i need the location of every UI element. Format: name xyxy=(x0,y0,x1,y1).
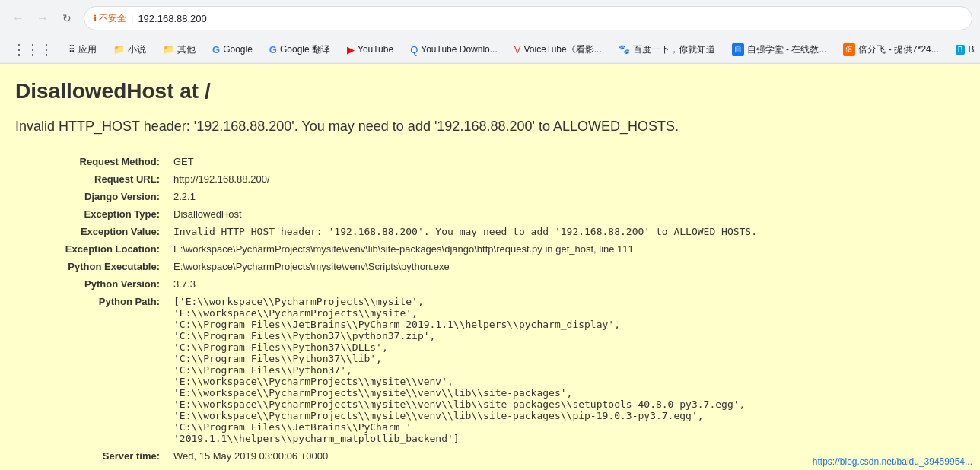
field-value-exc-type: DisallowedHost xyxy=(167,205,965,223)
bookmark-baidu-label: 百度一下，你就知道 xyxy=(633,43,715,56)
bookmark-ziqiang-label: 自强学堂 - 在线教... xyxy=(747,43,827,56)
field-label-python-path: Python Path: xyxy=(15,293,167,447)
field-label-python-exec: Python Executable: xyxy=(15,258,167,275)
field-value-method: GET xyxy=(167,153,965,170)
browser-chrome: ← → ↻ ℹ 不安全 | 192.168.88.200 ⋮⋮⋮ ⠿ 应用 📁 … xyxy=(0,0,980,64)
bookmark-apps-icon: ⠿ xyxy=(68,44,75,55)
security-icon: ℹ 不安全 xyxy=(94,12,126,25)
reload-button[interactable]: ↻ xyxy=(56,8,78,29)
table-row-method: Request Method: GET xyxy=(15,153,965,170)
security-label: 不安全 xyxy=(99,12,126,25)
bookmark-b[interactable]: B B xyxy=(950,42,980,57)
table-row-exc-location: Exception Location: E:\workspace\Pycharm… xyxy=(15,240,965,258)
address-bar[interactable]: ℹ 不安全 | 192.168.88.200 xyxy=(84,6,972,30)
bookmark-translate-label: Google 翻译 xyxy=(280,43,330,56)
back-button[interactable]: ← xyxy=(8,8,29,29)
error-description: Invalid HTTP_HOST header: '192.168.88.20… xyxy=(15,119,965,135)
bottom-link[interactable]: https://blog.csdn.net/baidu_39459954... xyxy=(813,456,972,467)
apps-icon[interactable]: ⋮⋮⋮ xyxy=(8,40,58,59)
bookmark-voicetube[interactable]: V VoiceTube《看影... xyxy=(508,41,608,59)
table-row-url: Request URL: http://192.168.88.200/ xyxy=(15,170,965,188)
field-label-url: Request URL: xyxy=(15,170,167,188)
table-row-exc-type: Exception Type: DisallowedHost xyxy=(15,205,965,223)
bookmark-youtube-dl[interactable]: Q YouTube Downlo... xyxy=(404,42,504,58)
bookmark-translate-icon: G xyxy=(269,44,277,56)
page-content: DisallowedHost at / Invalid HTTP_HOST he… xyxy=(0,64,980,470)
table-row-exc-value: Exception Value: Invalid HTTP_HOST heade… xyxy=(15,223,965,240)
field-value-python-path: ['E:\\workspace\\PycharmProjects\\mysite… xyxy=(167,293,965,447)
bookmark-novel-icon: 📁 xyxy=(113,44,125,55)
bookmark-other-label: 其他 xyxy=(177,43,196,56)
bookmark-other[interactable]: 📁 其他 xyxy=(157,41,202,59)
bookmark-ziqiang-icon: 自 xyxy=(732,43,744,56)
bookmark-youtube-icon: ▶ xyxy=(347,44,355,56)
bookmarks-bar: ⋮⋮⋮ ⠿ 应用 📁 小说 📁 其他 G Google G Google 翻译 … xyxy=(0,37,980,63)
bookmark-novel-label: 小说 xyxy=(128,43,146,56)
forward-button[interactable]: → xyxy=(32,8,53,29)
browser-toolbar: ← → ↻ ℹ 不安全 | 192.168.88.200 xyxy=(0,0,980,37)
field-label-python-version: Python Version: xyxy=(15,275,167,293)
bookmark-novel[interactable]: 📁 小说 xyxy=(107,41,152,59)
bookmark-youtube-dl-label: YouTube Downlo... xyxy=(421,44,498,55)
bookmark-google-label: Google xyxy=(223,44,253,55)
error-title: DisallowedHost at / xyxy=(15,79,965,103)
table-row-python-path: Python Path: ['E:\\workspace\\PycharmPro… xyxy=(15,293,965,447)
bookmark-ziqiang[interactable]: 自 自强学堂 - 在线教... xyxy=(726,41,833,59)
table-row-django: Django Version: 2.2.1 xyxy=(15,188,965,205)
bookmark-apps[interactable]: ⠿ 应用 xyxy=(62,41,103,59)
field-value-python-version: 3.7.3 xyxy=(167,275,965,293)
table-row-python-version: Python Version: 3.7.3 xyxy=(15,275,965,293)
url-display: 192.168.88.200 xyxy=(138,13,963,24)
bookmark-voicetube-label: VoiceTube《看影... xyxy=(523,43,601,56)
bookmark-other-icon: 📁 xyxy=(163,44,174,55)
field-label-exc-value: Exception Value: xyxy=(15,223,167,240)
bookmark-b-icon: B xyxy=(956,45,966,55)
field-value-url: http://192.168.88.200/ xyxy=(167,170,965,188)
bookmark-youtube-dl-icon: Q xyxy=(410,44,418,56)
bookmark-voicetube-icon: V xyxy=(514,44,521,56)
bookmark-beifen[interactable]: 倍 倍分飞 - 提供7*24... xyxy=(837,41,944,59)
field-value-python-exec: E:\workspace\PycharmProjects\mysite\venv… xyxy=(167,258,965,275)
bookmark-baidu[interactable]: 🐾 百度一下，你就知道 xyxy=(612,41,721,59)
field-label-exc-location: Exception Location: xyxy=(15,240,167,258)
field-label-server-time: Server time: xyxy=(15,447,167,465)
bookmark-baidu-icon: 🐾 xyxy=(619,44,630,55)
bookmark-google[interactable]: G Google xyxy=(206,42,259,58)
field-value-exc-value: Invalid HTTP_HOST header: '192.168.88.20… xyxy=(167,223,965,240)
field-value-django: 2.2.1 xyxy=(167,188,965,205)
field-value-exc-location: E:\workspace\PycharmProjects\mysite\venv… xyxy=(167,240,965,258)
bookmark-b-label: B xyxy=(968,44,974,55)
nav-buttons: ← → ↻ xyxy=(8,8,78,29)
error-table: Request Method: GET Request URL: http://… xyxy=(15,153,965,465)
bookmark-beifen-label: 倍分飞 - 提供7*24... xyxy=(858,43,938,56)
bookmark-apps-label: 应用 xyxy=(78,43,97,56)
field-label-django: Django Version: xyxy=(15,188,167,205)
bookmark-translate[interactable]: G Google 翻译 xyxy=(263,41,336,59)
bookmark-youtube-label: YouTube xyxy=(358,44,393,55)
bookmark-google-icon: G xyxy=(212,44,220,56)
bookmark-beifen-icon: 倍 xyxy=(843,43,855,56)
table-row-python-exec: Python Executable: E:\workspace\PycharmP… xyxy=(15,258,965,275)
bookmark-youtube[interactable]: ▶ YouTube xyxy=(341,42,399,58)
field-label-method: Request Method: xyxy=(15,153,167,170)
field-label-exc-type: Exception Type: xyxy=(15,205,167,223)
